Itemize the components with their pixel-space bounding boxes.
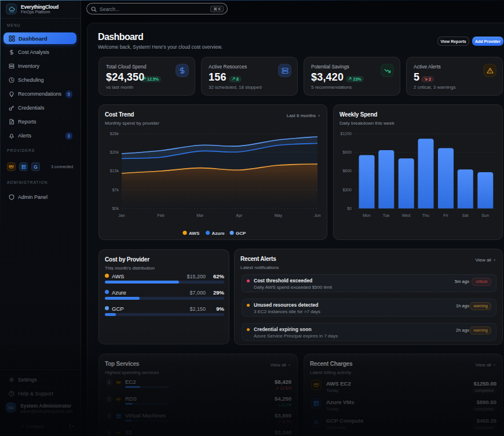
svg-text:aws: aws — [313, 383, 319, 386]
svg-text:Feb: Feb — [158, 213, 165, 217]
svg-text:Mar: Mar — [196, 213, 204, 217]
svg-text:Thu: Thu — [422, 213, 429, 217]
svg-text:$1200: $1200 — [341, 132, 352, 136]
svg-text:Azure: Azure — [212, 231, 225, 236]
svg-text:Wed: Wed — [402, 213, 410, 217]
svg-text:$20k: $20k — [110, 150, 119, 154]
svg-text:$26k: $26k — [110, 132, 119, 136]
svg-text:Fri: Fri — [443, 213, 448, 217]
svg-text:Tue: Tue — [383, 213, 390, 217]
svg-text:Sun: Sun — [481, 213, 489, 217]
svg-text:$7k: $7k — [112, 188, 119, 192]
svg-text:Apr: Apr — [236, 213, 243, 218]
svg-text:$13k: $13k — [110, 169, 119, 173]
svg-text:aws: aws — [116, 398, 120, 400]
svg-text:$0k: $0k — [112, 206, 119, 210]
svg-text:$600: $600 — [342, 169, 352, 173]
svg-text:Sat: Sat — [462, 213, 469, 217]
svg-text:aws: aws — [116, 381, 120, 383]
svg-text:Mon: Mon — [363, 213, 371, 217]
svg-text:aws: aws — [116, 431, 120, 434]
svg-text:$900: $900 — [342, 150, 352, 154]
svg-text:Jan: Jan — [118, 213, 125, 217]
svg-text:aws: aws — [9, 165, 14, 168]
svg-text:$300: $300 — [342, 188, 352, 192]
svg-text:AWS: AWS — [189, 231, 200, 236]
svg-text:Jun: Jun — [314, 213, 320, 217]
svg-text:GCP: GCP — [236, 231, 246, 236]
svg-text:$0: $0 — [347, 206, 352, 210]
svg-text:May: May — [275, 213, 283, 218]
